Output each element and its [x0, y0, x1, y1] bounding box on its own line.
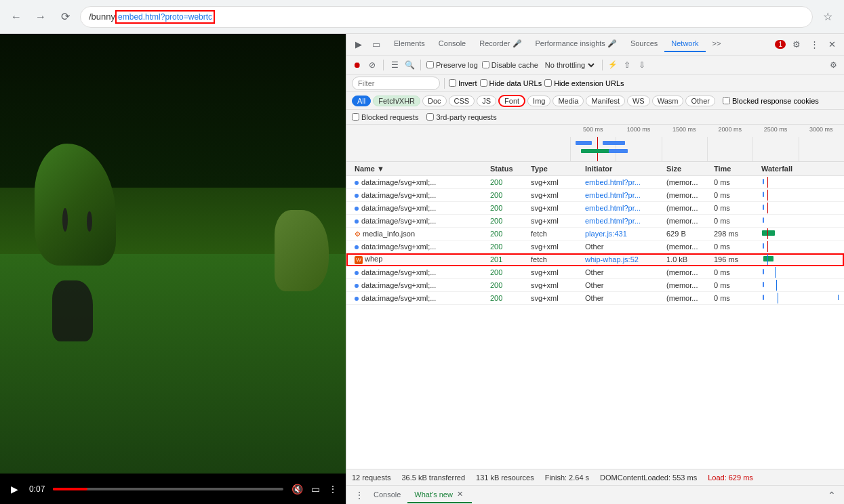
initiator-link[interactable]: embed.html?pr...: [585, 191, 641, 199]
cell-name: data:image/svg+xml;...: [352, 203, 487, 213]
table-row[interactable]: data:image/svg+xml;... 200 svg+xml embed…: [346, 176, 844, 189]
devtools-toolbar: ▶ ▭ Elements Console Recorder 🎤 Performa…: [346, 34, 844, 56]
filter-js[interactable]: JS: [477, 96, 496, 106]
cell-name: data:image/svg+xml;...: [352, 293, 487, 303]
forward-button[interactable]: →: [31, 7, 50, 26]
device-toggle-icon[interactable]: ▭: [369, 38, 383, 51]
filter-font[interactable]: Font: [498, 95, 525, 107]
tab-whats-new[interactable]: What's new ✕: [407, 487, 472, 503]
table-row[interactable]: data:image/svg+xml;... 200 svg+xml Other…: [346, 279, 844, 292]
cell-status: 200: [487, 216, 528, 226]
play-button[interactable]: ▶: [8, 481, 21, 497]
initiator-link[interactable]: embed.html?pr...: [585, 217, 641, 225]
filter-toggle-button[interactable]: ☰: [389, 60, 400, 70]
table-row[interactable]: data:image/svg+xml;... 200 svg+xml embed…: [346, 215, 844, 228]
table-row[interactable]: data:image/svg+xml;... 200 svg+xml embed…: [346, 202, 844, 215]
filter-doc[interactable]: Doc: [422, 96, 447, 106]
element-picker-icon[interactable]: ▶: [352, 38, 365, 51]
progress-bar[interactable]: [53, 488, 283, 490]
tab-network[interactable]: Network: [664, 37, 705, 52]
whep-row[interactable]: Wwhep 201 fetch whip-whap.js:52 1.0 kB 1…: [346, 253, 844, 266]
filter-media[interactable]: Media: [552, 96, 584, 106]
blocked-cookies-input[interactable]: [723, 97, 730, 104]
filter-wasm[interactable]: Wasm: [652, 96, 684, 106]
bookmark-button[interactable]: ☆: [818, 7, 837, 26]
disable-cache-checkbox[interactable]: Disable cache: [482, 61, 538, 69]
record-button[interactable]: ⏺: [352, 60, 363, 70]
refresh-button[interactable]: ⟳: [56, 7, 75, 26]
initiator-link[interactable]: embed.html?pr...: [585, 204, 641, 212]
col-waterfall[interactable]: Waterfall: [759, 163, 839, 174]
tab-console-bottom[interactable]: Console: [367, 488, 407, 503]
more-button[interactable]: ⋮: [328, 484, 338, 495]
initiator-link[interactable]: whip-whap.js:52: [585, 255, 639, 264]
tl-2000: 2000 ms: [707, 126, 752, 133]
wf-bar: [763, 282, 764, 287]
filter-ws[interactable]: WS: [627, 96, 650, 106]
tab-more[interactable]: >>: [706, 37, 728, 52]
col-name[interactable]: Name ▼: [352, 163, 487, 174]
devtools-more-button[interactable]: ⋮: [807, 38, 821, 51]
filter-fetch[interactable]: Fetch/XHR: [373, 96, 420, 106]
search-button[interactable]: 🔍: [404, 60, 415, 70]
network-settings-button[interactable]: ⚙: [828, 60, 839, 70]
hide-data-input[interactable]: [480, 79, 487, 87]
table-row[interactable]: data:image/svg+xml;... 200 svg+xml Other…: [346, 266, 844, 279]
hide-data-urls-checkbox[interactable]: Hide data URLs: [480, 79, 542, 87]
third-party-checkbox[interactable]: 3rd-party requests: [426, 113, 496, 121]
whats-new-close-button[interactable]: ✕: [456, 490, 465, 499]
blocked-cookies-checkbox[interactable]: Blocked response cookies: [723, 97, 819, 105]
video-character: [52, 280, 93, 341]
initiator-link[interactable]: player.js:431: [585, 230, 627, 238]
expand-button[interactable]: ⌃: [825, 487, 839, 503]
filter-manifest[interactable]: Manifest: [586, 96, 625, 106]
upload-icon[interactable]: ⇧: [622, 60, 632, 70]
filter-img[interactable]: Img: [527, 96, 550, 106]
volume-button[interactable]: 🔇: [292, 484, 303, 495]
disable-cache-input[interactable]: [482, 61, 489, 68]
tl-1500: 1500 ms: [662, 126, 707, 133]
download-icon[interactable]: ⇩: [637, 60, 647, 70]
col-initiator[interactable]: Initiator: [582, 163, 664, 174]
hide-ext-input[interactable]: [544, 79, 552, 87]
tab-elements[interactable]: Elements: [387, 37, 432, 52]
row-dot-icon: [355, 297, 359, 301]
devtools-close-button[interactable]: ✕: [825, 38, 839, 51]
bottom-tabs: ⋮ Console What's new ✕ ⌃: [346, 485, 844, 504]
fullscreen-button[interactable]: ▭: [311, 484, 320, 495]
tab-recorder[interactable]: Recorder 🎤: [473, 37, 528, 52]
col-time[interactable]: Time: [711, 163, 759, 174]
third-party-input[interactable]: [426, 113, 434, 121]
devtools-settings-button[interactable]: ⚙: [790, 38, 803, 51]
table-row[interactable]: data:image/svg+xml;... 200 svg+xml Other…: [346, 292, 844, 305]
initiator-link[interactable]: embed.html?pr...: [585, 178, 641, 186]
invert-input[interactable]: [449, 79, 456, 87]
tab-sources[interactable]: Sources: [624, 37, 664, 52]
filter-css[interactable]: CSS: [449, 96, 475, 106]
address-bar[interactable]: /bunnyembed.html?proto=webrtc: [80, 6, 813, 28]
tab-console[interactable]: Console: [432, 37, 473, 52]
blocked-req-input[interactable]: [352, 113, 359, 121]
bottom-menu-button[interactable]: ⋮: [352, 487, 367, 503]
clear-button[interactable]: ⊘: [367, 60, 378, 70]
preserve-log-input[interactable]: [426, 61, 434, 68]
row-dot-icon: [355, 245, 359, 249]
throttle-select[interactable]: No throttling: [542, 60, 597, 70]
table-row[interactable]: data:image/svg+xml;... 200 svg+xml Other…: [346, 240, 844, 253]
filter-all[interactable]: All: [352, 96, 371, 106]
col-type[interactable]: Type: [528, 163, 582, 174]
col-size[interactable]: Size: [664, 163, 711, 174]
hide-extension-urls-checkbox[interactable]: Hide extension URLs: [544, 79, 624, 87]
table-row[interactable]: data:image/svg+xml;... 200 svg+xml embed…: [346, 189, 844, 202]
back-button[interactable]: ←: [7, 7, 26, 26]
blocked-requests-checkbox[interactable]: Blocked requests: [352, 113, 418, 121]
tab-performance[interactable]: Performance insights 🎤: [529, 37, 624, 52]
table-row[interactable]: ⚙media_info.json 200 fetch player.js:431…: [346, 228, 844, 240]
filter-input[interactable]: [352, 77, 440, 90]
invert-checkbox[interactable]: Invert: [449, 79, 477, 87]
cell-size: 629 B: [664, 229, 711, 238]
whep-icon: W: [355, 256, 363, 264]
preserve-log-checkbox[interactable]: Preserve log: [426, 61, 478, 69]
col-status[interactable]: Status: [487, 163, 528, 174]
filter-other[interactable]: Other: [685, 96, 715, 106]
